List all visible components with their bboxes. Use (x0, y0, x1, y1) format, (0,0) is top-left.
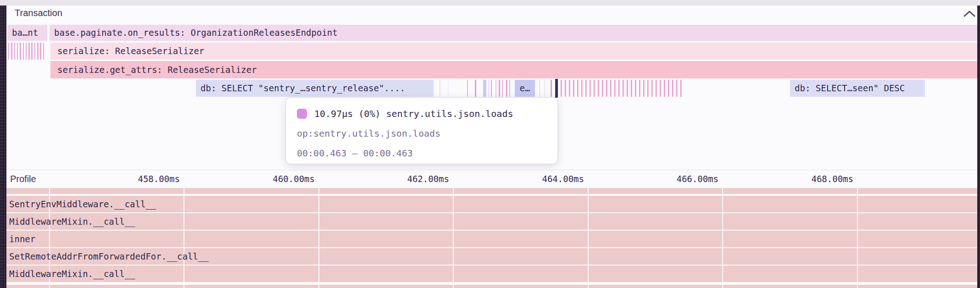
span-dense-stripe-group[interactable] (561, 80, 685, 97)
tooltip-op: op:sentry.utils.json.loads (297, 127, 546, 140)
frame-label: inner (6, 234, 35, 244)
span-tick (499, 80, 500, 97)
span-tick (551, 80, 552, 97)
collapse-chevron-up-icon[interactable] (963, 10, 975, 20)
span-label: db: SELECT…seen" DESC (790, 83, 905, 93)
span-bar-selected-dark[interactable] (555, 79, 558, 98)
window-top-edge (0, 0, 980, 6)
frame-row[interactable]: SentryEnvMiddleware.__call__ (6, 196, 977, 212)
tooltip-time-range: 00:00.463 — 00:00.463 (297, 147, 546, 160)
frame-label: MiddlewareMixin.__call__ (6, 269, 135, 279)
span-bar-tiny[interactable]: e… (515, 80, 535, 97)
chart-gridline (453, 187, 454, 288)
transaction-section-title: Transaction (15, 8, 62, 18)
chart-gridline (318, 187, 319, 288)
chart-gridline (184, 187, 184, 288)
span-label: serialize.get_attrs: ReleaseSerializer (50, 65, 257, 75)
frame-label: SentryEnvMiddleware.__call__ (6, 199, 156, 209)
span-bar-root-chip[interactable]: ba…nt (7, 25, 47, 41)
frame-row[interactable]: inner (6, 231, 977, 247)
frame-row[interactable]: MiddlewareMixin.__call__ (6, 213, 977, 230)
frame-row[interactable]: MiddlewareMixin.__call__ (6, 266, 977, 282)
tooltip-duration: 10.97µs (0%) sentry.utils.json.loads (314, 107, 513, 120)
ruler-tick-label: 464.00ms (515, 174, 584, 184)
span-label: base.paginate.on_results: OrganizationRe… (50, 28, 338, 38)
span-tick (502, 80, 503, 97)
span-tick (440, 80, 440, 97)
window-right-edge (977, 6, 980, 288)
span-bar-db-select-2[interactable]: db: SELECT…seen" DESC (790, 80, 925, 97)
span-bar-serialize[interactable]: serialize: ReleaseSerializer (50, 43, 977, 60)
chart-gridline (722, 187, 723, 288)
span-tick (467, 80, 468, 97)
span-tick (488, 80, 489, 97)
profiler-window: Transaction ba…nt base.paginate.on_resul… (0, 0, 980, 288)
ruler-tick-label: 458.00ms (111, 174, 180, 184)
span-tick (491, 80, 492, 97)
ruler-tick-label: 462.00ms (380, 174, 449, 184)
ruler-tick-label: 460.00ms (246, 174, 315, 184)
span-tick (509, 80, 510, 97)
span-tick (506, 80, 507, 97)
span-bar-db-select-1[interactable]: db: SELECT "sentry_…sentry_release".... (196, 80, 434, 97)
profile-section-title: Profile (10, 174, 36, 184)
chart-gridline (857, 187, 858, 288)
span-label: e… (520, 83, 530, 93)
chart-gridline (588, 187, 589, 288)
section-divider (6, 170, 977, 170)
span-label: db: SELECT "sentry_…sentry_release".... (196, 83, 405, 93)
frame-row[interactable]: SetRemoteAddrFromForwardedFor.__call__ (6, 248, 977, 265)
window-left-edge (0, 6, 6, 288)
span-bar-serialize-get-attrs[interactable]: serialize.get_attrs: ReleaseSerializer (50, 61, 977, 78)
ruler-tick-label: 466.00ms (650, 174, 718, 184)
span-tick (475, 80, 476, 97)
ruler-tick-label: 468.00ms (785, 174, 853, 184)
frame-label: MiddlewareMixin.__call__ (6, 216, 135, 227)
span-bar-base-paginate[interactable]: base.paginate.on_results: OrganizationRe… (50, 25, 977, 41)
span-color-swatch (297, 109, 307, 119)
span-tick (544, 80, 545, 97)
span-tick (448, 80, 449, 97)
span-tooltip: 10.97µs (0%) sentry.utils.json.loads op:… (285, 97, 558, 164)
frame-row-partial-bottom[interactable] (6, 285, 977, 288)
span-tick (496, 80, 496, 97)
span-tick (483, 80, 486, 97)
frame-label: SetRemoteAddrFromForwardedFor.__call__ (6, 251, 209, 261)
frame-row-partial-top[interactable] (6, 188, 977, 194)
span-label: serialize: ReleaseSerializer (50, 46, 204, 56)
span-tick (539, 80, 540, 97)
span-label: ba…nt (7, 28, 38, 38)
span-siblings-stripe-group[interactable] (8, 43, 45, 60)
